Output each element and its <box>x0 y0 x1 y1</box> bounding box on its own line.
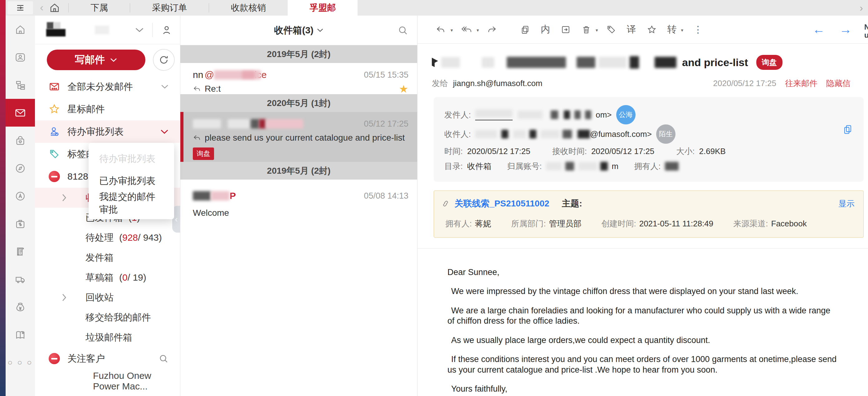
back-chevron-icon[interactable]: ‹ <box>40 1 43 13</box>
collapse-chevron-icon: ‹ <box>175 214 178 224</box>
reply-button[interactable] <box>436 25 445 35</box>
mail-folder-sidebar: 写邮件 全部未分发邮件 星标邮件 待办审批列表 <box>35 15 180 396</box>
bag-heart-icon <box>15 135 26 146</box>
rail-mail-active[interactable] <box>6 99 35 127</box>
folder-pending[interactable]: 待处理 (928/ 943) <box>35 228 180 248</box>
folder-junk[interactable]: 垃圾邮件箱 <box>35 327 180 348</box>
stranger-badge[interactable]: 陌生 <box>656 124 676 144</box>
rail-assistant[interactable] <box>6 182 35 210</box>
rail-products[interactable] <box>6 127 35 154</box>
folder-transferred[interactable]: 移交给我的邮件 <box>35 307 180 327</box>
menu-item-my-submitted[interactable]: 我提交的邮件审批 <box>89 192 174 214</box>
move-to-folder-button[interactable] <box>561 25 571 35</box>
previous-mail-button[interactable]: ← <box>812 23 825 36</box>
home-icon[interactable] <box>49 2 60 13</box>
redacted-block <box>579 162 597 170</box>
rail-knowledge[interactable] <box>6 321 35 349</box>
mail-row[interactable]: nn @ ice 05/15 15:35 Re:t ★ <box>180 63 417 94</box>
mail-time: 05/08 14:13 <box>364 191 408 201</box>
folder-drafts[interactable]: 草稿箱 (0/ 19) <box>35 267 180 288</box>
refresh-button[interactable] <box>153 49 175 71</box>
rail-explore[interactable] <box>6 154 35 182</box>
tag-button[interactable] <box>606 25 616 35</box>
folder-approval-list[interactable]: 待办审批列表 <box>35 120 180 143</box>
minus-circle-icon <box>48 171 61 182</box>
tab-purchase-orders[interactable]: 采购订单 <box>130 0 209 15</box>
profile-icon[interactable] <box>161 24 173 36</box>
transfer-button[interactable]: 转 <box>668 23 677 36</box>
brand-gradient-strip <box>0 0 6 396</box>
tab-subordinates[interactable]: 下属 <box>69 0 130 15</box>
approval-dropdown-menu: 待办审批列表 已办审批列表 我提交的邮件审批 <box>89 143 174 219</box>
compose-button[interactable]: 写邮件 <box>47 50 145 70</box>
rail-contacts[interactable] <box>6 43 35 71</box>
rail-support[interactable] <box>6 376 35 396</box>
mail-row-selected[interactable]: 05/12 17:25 please send us your current … <box>180 112 417 162</box>
folder-followed-customers[interactable]: 关注客户 <box>35 348 180 370</box>
delete-caret-icon[interactable]: ▾ <box>596 27 598 33</box>
chevron-right-icon[interactable] <box>61 293 67 301</box>
redacted-block <box>193 191 211 200</box>
mail-row[interactable]: P 05/08 14:13 Welcome <box>180 179 417 220</box>
chevron-down-icon[interactable] <box>161 84 169 89</box>
customer-item[interactable]: Fuzhou Onew Power Mac... <box>35 370 180 392</box>
rail-home[interactable] <box>6 15 35 43</box>
forward-button[interactable] <box>487 25 497 35</box>
approval-stamp-icon <box>48 126 61 137</box>
redacted-block <box>562 130 572 138</box>
tab-bar: ‹ 下属 采购订单 收款核销 孚盟邮 › <box>6 0 868 15</box>
star-button[interactable] <box>647 25 657 35</box>
folder-label: 待办审批列表 <box>67 125 124 138</box>
translate-button[interactable]: 译 <box>627 23 636 36</box>
more-actions-button[interactable]: ⋮ <box>693 24 703 35</box>
rail-shipping[interactable] <box>6 265 35 293</box>
rail-invoices[interactable] <box>6 238 35 265</box>
folder-starred[interactable]: 星标邮件 <box>35 98 180 120</box>
rail-org[interactable] <box>6 71 35 99</box>
folder-unassigned[interactable]: 全部未分发邮件 <box>35 75 180 98</box>
clue-show-link[interactable]: 显示 <box>838 198 855 209</box>
rail-funds[interactable] <box>6 293 35 321</box>
rail-more[interactable]: ○ ○ ○ <box>6 349 35 376</box>
inbox-title[interactable]: 收件箱(3) <box>274 24 314 37</box>
search-icon[interactable] <box>397 25 408 36</box>
folder-outbox[interactable]: 发件箱 <box>35 248 180 267</box>
tab-scroll-right-icon[interactable]: › <box>860 2 863 14</box>
search-icon[interactable] <box>158 353 169 364</box>
mail-header-section: and price-list 询盘 发给 jiangn.sh@fumasoft.… <box>417 44 868 89</box>
next-mail-button[interactable]: → <box>839 23 852 36</box>
chevron-right-icon[interactable] <box>61 194 67 202</box>
chevron-down-red-icon[interactable] <box>160 129 169 134</box>
collapse-menu-button[interactable] <box>7 1 33 14</box>
menu-item-pending-approvals[interactable]: 待办审批列表 <box>89 148 174 170</box>
rail-finance-case[interactable] <box>6 210 35 238</box>
redacted-block <box>513 130 526 138</box>
public-pool-badge[interactable]: 公海 <box>616 105 636 124</box>
correspondence-link[interactable]: 往来邮件 <box>785 78 817 89</box>
reply-all-button[interactable] <box>461 25 472 35</box>
mail-body: Dear Sunnee, We were impressed by the vi… <box>417 249 854 396</box>
reply-all-caret-icon[interactable]: ▾ <box>477 27 479 33</box>
redacted-block <box>546 162 562 170</box>
related-clue-link[interactable]: 关联线索_PS210511002 <box>455 198 550 209</box>
transfer-caret-icon[interactable]: ▾ <box>681 27 684 33</box>
copy-address-icon[interactable] <box>842 124 853 134</box>
mail-time: 05/12 17:25 <box>364 119 408 129</box>
menu-item-done-approvals[interactable]: 已办审批列表 <box>89 170 174 192</box>
tab-payment-writeoff[interactable]: 收款核销 <box>209 0 288 15</box>
redacted-block <box>441 57 460 68</box>
delete-button[interactable] <box>581 25 591 35</box>
reply-caret-icon[interactable]: ▾ <box>451 27 453 33</box>
hide-header-link[interactable]: 隐藏信 <box>826 78 850 89</box>
chevron-down-icon[interactable] <box>317 28 323 32</box>
inquiry-badge: 询盘 <box>193 147 214 160</box>
internal-forward-button[interactable]: 内 <box>541 23 550 36</box>
copy-mail-button[interactable] <box>520 25 530 35</box>
star-filled-icon[interactable]: ★ <box>399 82 408 95</box>
folder-trash[interactable]: 回收站 <box>35 288 180 307</box>
account-switch-chevron-icon[interactable] <box>135 27 144 33</box>
folder-label: 草稿箱 <box>86 271 114 284</box>
mail-icon <box>14 107 26 119</box>
customer-label: Fuzhou Onew Power Mac... <box>93 370 180 392</box>
tab-fumail-active[interactable]: 孚盟邮 <box>288 0 358 15</box>
